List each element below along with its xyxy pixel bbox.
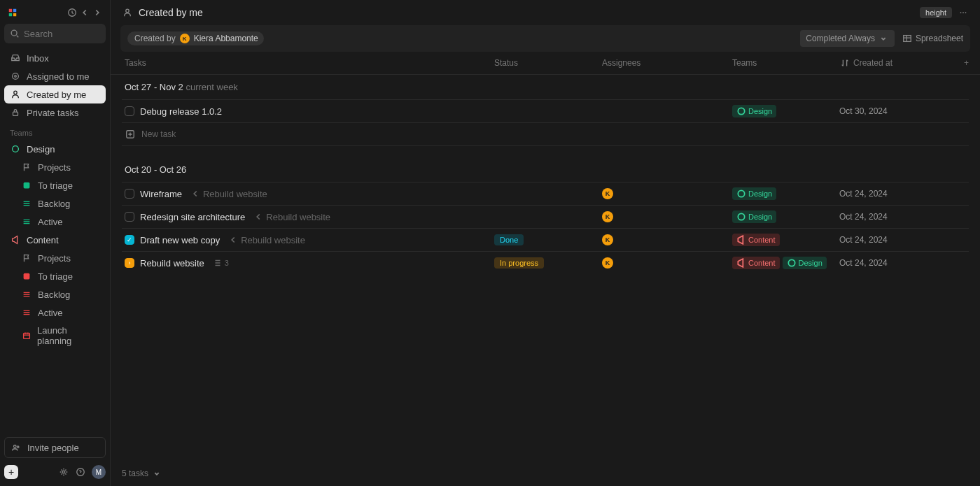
assignee-avatar[interactable]: K xyxy=(602,211,613,222)
sidebar-item-projects[interactable]: Projects xyxy=(4,158,106,176)
app-logo[interactable] xyxy=(7,7,18,18)
subtask-count: 3 xyxy=(213,258,229,268)
assignee-avatar[interactable]: K xyxy=(602,234,613,245)
team-content[interactable]: Content xyxy=(4,231,106,249)
group-header[interactable]: Oct 27 - Nov 2 current week xyxy=(122,75,969,99)
team-design[interactable]: Design xyxy=(4,140,106,158)
search-icon xyxy=(10,28,20,39)
sidebar-item-active[interactable]: Active xyxy=(4,213,106,231)
col-assignees[interactable]: Assignees xyxy=(602,58,732,68)
svg-point-11 xyxy=(17,446,19,448)
task-checkbox[interactable]: ✓ xyxy=(125,235,134,245)
task-row[interactable]: Wireframe Rebuild website K Design Oct 2… xyxy=(122,182,969,205)
user-icon xyxy=(10,89,21,100)
assignee-avatar[interactable]: K xyxy=(602,188,613,199)
add-button[interactable]: + xyxy=(4,465,18,479)
nav-forward-icon[interactable] xyxy=(92,7,103,18)
add-column[interactable]: + xyxy=(944,58,969,68)
sub-label: Backlog xyxy=(38,290,70,300)
sidebar-item-backlog[interactable]: Backlog xyxy=(4,285,106,303)
filter-avatar: K xyxy=(180,34,190,43)
user-icon xyxy=(122,7,133,18)
calendar-icon xyxy=(21,330,31,341)
team-tag[interactable]: Design xyxy=(732,210,776,223)
parent-task: Rebuild website xyxy=(190,189,267,199)
completed-label: Completed Always xyxy=(806,34,875,43)
svg-point-6 xyxy=(13,146,19,152)
sidebar-item-launch[interactable]: Launch planning xyxy=(4,322,106,350)
sidebar-item-projects[interactable]: Projects xyxy=(4,249,106,267)
user-avatar[interactable]: M xyxy=(92,465,106,479)
megaphone-icon xyxy=(10,234,21,245)
sidebar-item-backlog[interactable]: Backlog xyxy=(4,194,106,213)
task-checkbox[interactable] xyxy=(125,212,134,222)
invite-people[interactable]: Invite people xyxy=(4,437,106,458)
svg-rect-9 xyxy=(23,334,29,339)
task-checkbox[interactable] xyxy=(125,106,134,116)
svg-point-19 xyxy=(738,108,744,114)
filter-created-by[interactable]: Created by K Kiera Abbamonte xyxy=(127,31,264,45)
created-date: Oct 24, 2024 xyxy=(839,189,944,199)
team-tag[interactable]: Design xyxy=(783,257,827,269)
nav-label: Assigned to me xyxy=(27,71,90,82)
nav-created[interactable]: Created by me xyxy=(4,85,106,103)
team-label: Content xyxy=(27,235,59,245)
assignee-avatar[interactable]: K xyxy=(602,257,613,269)
help-icon[interactable] xyxy=(75,466,86,478)
svg-rect-8 xyxy=(24,273,30,280)
task-row[interactable]: › Rebuild website 3 In progress K Conten… xyxy=(122,251,969,274)
search-input[interactable] xyxy=(4,24,106,43)
svg-point-15 xyxy=(960,12,962,13)
task-name: Rebuild website xyxy=(140,258,204,269)
brand-badge: height xyxy=(920,7,952,18)
sub-label: Active xyxy=(38,217,62,227)
more-icon[interactable] xyxy=(958,7,969,18)
nav-inbox[interactable]: Inbox xyxy=(4,49,106,67)
svg-point-10 xyxy=(14,445,17,448)
team-tag[interactable]: Content xyxy=(732,234,780,246)
task-row[interactable]: Redesign site architecture Rebuild websi… xyxy=(122,205,969,228)
col-status[interactable]: Status xyxy=(494,58,602,68)
sort-icon xyxy=(839,57,850,69)
sub-label: Launch planning xyxy=(37,325,100,346)
new-task[interactable]: New task xyxy=(122,122,969,146)
nav-back-icon[interactable] xyxy=(79,7,90,18)
task-name: Redesign site architecture xyxy=(140,212,245,222)
page-title: Created by me xyxy=(139,7,203,18)
team-tag[interactable]: Design xyxy=(732,187,776,200)
svg-point-1 xyxy=(11,30,17,36)
sidebar-item-triage[interactable]: To triage xyxy=(4,176,106,194)
svg-point-23 xyxy=(788,259,794,266)
group-header[interactable]: Oct 20 - Oct 26 xyxy=(122,157,969,182)
task-row[interactable]: Debug release 1.0.2 Design Oct 30, 2024 xyxy=(122,99,969,122)
gear-icon[interactable] xyxy=(58,466,69,478)
search-field[interactable] xyxy=(24,29,100,39)
col-tasks[interactable]: Tasks xyxy=(122,58,494,68)
completed-filter[interactable]: Completed Always xyxy=(800,30,895,47)
sidebar-item-active[interactable]: Active xyxy=(4,303,106,322)
triage-icon xyxy=(21,271,32,282)
filter-label: Created by xyxy=(134,34,176,43)
svg-rect-5 xyxy=(13,112,18,115)
lock-icon xyxy=(10,107,21,118)
nav-assigned[interactable]: Assigned to me xyxy=(4,67,106,85)
team-tag[interactable]: Design xyxy=(732,105,776,117)
team-tag[interactable]: Content xyxy=(732,257,780,269)
task-checkbox[interactable]: › xyxy=(125,258,134,268)
inbox-icon xyxy=(10,52,21,64)
svg-point-12 xyxy=(62,471,65,473)
task-count[interactable]: 5 tasks xyxy=(111,461,980,486)
sidebar-item-triage[interactable]: To triage xyxy=(4,267,106,285)
triage-icon xyxy=(21,180,32,191)
nav-private[interactable]: Private tasks xyxy=(4,103,106,122)
people-icon xyxy=(10,442,22,453)
sub-label: Projects xyxy=(38,253,71,264)
clock-icon[interactable] xyxy=(66,7,78,18)
nav-label: Private tasks xyxy=(27,108,78,118)
col-created[interactable]: Created at xyxy=(839,57,944,69)
view-spreadsheet[interactable]: Spreadsheet xyxy=(902,33,963,44)
col-teams[interactable]: Teams xyxy=(732,58,839,68)
svg-point-22 xyxy=(738,213,744,220)
task-checkbox[interactable] xyxy=(125,189,134,199)
task-row[interactable]: ✓ Draft new web copy Rebuild website Don… xyxy=(122,228,969,251)
